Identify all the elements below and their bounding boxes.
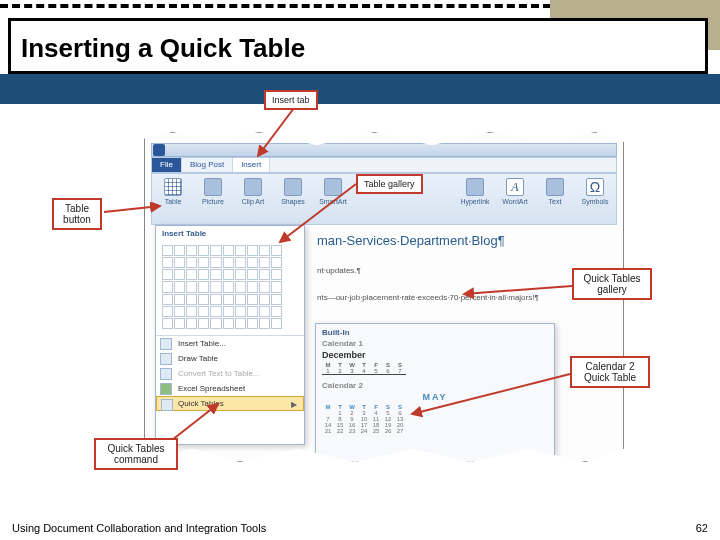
menu-quick-tables[interactable]: Quick Tables▶ <box>156 396 304 411</box>
callout-cal2-qt: Calendar 2 Quick Table <box>570 356 650 388</box>
doc-heading: man-Services·Department·Blog¶ <box>317 233 603 248</box>
convert-icon <box>160 368 172 380</box>
word-titlebar <box>151 143 617 157</box>
table-size-grid[interactable] <box>162 245 282 329</box>
quick-tables-icon <box>161 399 173 411</box>
clip-art-icon <box>244 178 262 196</box>
slide-title-box: Inserting a Quick Table <box>8 18 708 74</box>
menu-draw-table[interactable]: Draw Table <box>156 351 304 366</box>
smartart-button[interactable]: SmartArt <box>318 178 348 205</box>
draw-table-icon <box>160 353 172 365</box>
callout-qt-gallery: Quick Tables gallery <box>572 268 652 300</box>
slide-footer: Using Document Collaboration and Integra… <box>12 522 708 534</box>
callout-qt-command: Quick Tables command <box>94 438 178 470</box>
text-button[interactable]: Text <box>540 178 570 205</box>
hyperlink-button[interactable]: Hyperlink <box>460 178 490 205</box>
ribbon-tabs: File Blog Post Insert <box>151 157 617 173</box>
doc-line-1: nt·updates.¶ <box>317 266 603 275</box>
tab-blog-post[interactable]: Blog Post <box>182 158 233 172</box>
doc-line-2: nts—our·job·placement·rate·exceeds·70·pe… <box>317 293 603 302</box>
qt-cal2-month: MAY <box>322 392 548 402</box>
table-icon <box>164 178 182 196</box>
qt-calendar-2[interactable]: Calendar 2 MAY MTWTFSS 123456 7891011121… <box>322 381 548 434</box>
qt-cal2-table: MTWTFSS 123456 78910111213 1415161718192… <box>322 404 406 434</box>
qt-cal1-table: MTWTFSS 1234567 <box>322 362 406 375</box>
omega-icon: Ω <box>586 178 604 196</box>
word-logo-icon <box>153 144 165 156</box>
callout-table-gallery: Table gallery <box>356 174 423 194</box>
menu-excel-spreadsheet[interactable]: Excel Spreadsheet <box>156 381 304 396</box>
callout-insert-tab: Insert tab <box>264 90 318 110</box>
qt-cal1-name: Calendar 1 <box>322 339 548 348</box>
tab-file[interactable]: File <box>152 158 182 172</box>
document-body: man-Services·Department·Blog¶ nt·updates… <box>317 233 603 302</box>
quick-tables-flyout: Built-In Calendar 1 December MTWTFSS 123… <box>315 323 555 491</box>
insert-table-icon <box>160 338 172 350</box>
page-number: 62 <box>696 522 708 534</box>
table-menu-header: Insert Table <box>156 226 304 241</box>
qt-calendar-1[interactable]: Calendar 1 December MTWTFSS 1234567 <box>322 339 548 375</box>
text-icon <box>546 178 564 196</box>
symbols-button[interactable]: ΩSymbols <box>580 178 610 205</box>
table-button[interactable]: Table <box>158 178 188 205</box>
diagram-area: Insert tab Table button Table gallery Qu… <box>48 92 672 496</box>
hyperlink-icon <box>466 178 484 196</box>
menu-convert-text[interactable]: Convert Text to Table... <box>156 366 304 381</box>
clip-art-button[interactable]: Clip Art <box>238 178 268 205</box>
qt-cal1-month: December <box>322 350 548 360</box>
smartart-icon <box>324 178 342 196</box>
excel-icon <box>160 383 172 395</box>
shapes-button[interactable]: Shapes <box>278 178 308 205</box>
footer-text: Using Document Collaboration and Integra… <box>12 522 266 534</box>
wordart-icon: A <box>506 178 524 196</box>
table-dropdown-menu: Insert Table Insert Table... Draw Table … <box>155 225 305 445</box>
wordart-button[interactable]: AWordArt <box>500 178 530 205</box>
shapes-icon <box>284 178 302 196</box>
slide-title: Inserting a Quick Table <box>11 21 705 76</box>
qt-built-in-label: Built-In <box>322 328 548 337</box>
picture-button[interactable]: Picture <box>198 178 228 205</box>
menu-insert-table[interactable]: Insert Table... <box>156 336 304 351</box>
callout-table-button: Table button <box>52 198 102 230</box>
blue-band <box>0 74 720 104</box>
tab-insert[interactable]: Insert <box>233 158 270 172</box>
qt-cal2-name: Calendar 2 <box>322 381 548 390</box>
picture-icon <box>204 178 222 196</box>
submenu-arrow-icon: ▶ <box>291 400 297 409</box>
